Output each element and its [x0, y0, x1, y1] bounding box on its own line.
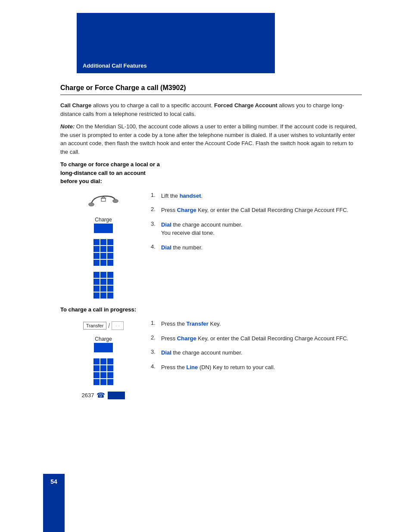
- kp-dot: [107, 239, 113, 245]
- slash-icon: /: [108, 322, 110, 329]
- svg-point-1: [113, 199, 118, 202]
- left-sidebar: 54: [43, 474, 65, 532]
- step-text-s2-4: Press the Line (DN) Key to return to you…: [161, 363, 275, 372]
- header-label: Additional Call Features: [83, 62, 147, 69]
- keypad-s1-1: [93, 239, 113, 266]
- kp-dot: [100, 253, 106, 259]
- step-num-s2-3: 3.: [151, 348, 161, 355]
- note-label: Note:: [60, 123, 75, 130]
- step-num-s1-2: 2.: [151, 206, 161, 212]
- kp-dot: [93, 279, 100, 285]
- step-num-s1-4: 4.: [151, 243, 161, 250]
- step-text-s2-2: Press Charge Key, or enter the Call Deta…: [161, 334, 349, 343]
- step-s1-2: 2. Press Charge Key, or enter the Call D…: [151, 206, 362, 215]
- charge-button-s1: [94, 224, 113, 233]
- kp-dot: [100, 239, 106, 245]
- kp-dot: [107, 372, 113, 378]
- kp-dot: [100, 279, 106, 285]
- line-row: 2637 ☎: [82, 391, 125, 399]
- step-s1-3: 3. Dial the charge account number. You r…: [151, 221, 362, 237]
- kp-dot: [93, 286, 100, 292]
- charge-button-s2: [94, 343, 113, 352]
- step-num-s1-1: 1.: [151, 192, 161, 198]
- charge-key-section1: Charge: [94, 217, 113, 233]
- section2-heading: To charge a call in progress:: [60, 305, 362, 314]
- keypad-s2-1: [93, 358, 113, 385]
- page-number: 54: [50, 478, 57, 485]
- kp-dot: [100, 292, 106, 299]
- section1-diagram-col: Charge: [60, 192, 146, 299]
- section1-instruction-block: Charge: [60, 192, 362, 299]
- section2-instruction-block: Transfer / · · Charge: [60, 320, 362, 399]
- charge-key-section2: Charge: [94, 336, 113, 352]
- step-text-s2-1: Press the Transfer Key.: [161, 320, 221, 328]
- call-charge-label: Call Charge: [60, 102, 91, 109]
- transfer-row: Transfer / · ·: [83, 321, 124, 330]
- kp-dot: [107, 358, 113, 364]
- kp-dot: [100, 260, 106, 266]
- intro-part1-rest: allows you to charge a call to a specifi…: [93, 102, 214, 109]
- charge-link-s1-2: Charge: [177, 207, 196, 213]
- step-text-s2-3: Dial the charge account number.: [161, 348, 243, 357]
- kp-dot: [93, 272, 100, 278]
- step-num-s1-3: 3.: [151, 221, 161, 227]
- dots-box: · ·: [112, 321, 124, 330]
- kp-dot: [107, 272, 113, 278]
- kp-dot: [93, 365, 100, 371]
- kp-dot: [107, 286, 113, 292]
- kp-dot: [107, 246, 113, 252]
- step-text-s1-2: Press Charge Key, or enter the Call Deta…: [161, 206, 349, 215]
- svg-rect-2: [101, 198, 106, 201]
- header-box: Additional Call Features: [77, 13, 275, 73]
- forced-charge-label: Forced Charge Account: [214, 102, 277, 109]
- kp-dot: [93, 239, 100, 245]
- keypad-s1-2: [93, 272, 113, 299]
- step-s1-4: 4. Dial the number.: [151, 243, 362, 252]
- step-num-s2-4: 4.: [151, 363, 161, 370]
- dial-link-s2-3: Dial: [161, 349, 171, 356]
- kp-dot: [107, 292, 113, 299]
- kp-dot: [93, 292, 100, 299]
- kp-dot: [93, 379, 100, 385]
- step-s2-3: 3. Dial the charge account number.: [151, 348, 362, 357]
- kp-dot: [107, 253, 113, 259]
- section1-heading: To charge or force charge a local or a l…: [60, 160, 362, 186]
- kp-dot: [93, 253, 100, 259]
- step-s2-1: 1. Press the Transfer Key.: [151, 320, 362, 328]
- step-text-s1-3: Dial the charge account number. You rece…: [161, 221, 243, 237]
- svg-point-0: [89, 202, 94, 206]
- kp-dot: [107, 279, 113, 285]
- step-num-s2-1: 1.: [151, 320, 161, 326]
- line-number-label: 2637: [82, 392, 94, 398]
- phone-icon: ☎: [97, 391, 105, 399]
- intro-paragraph: Call Charge allows you to charge a call …: [60, 101, 362, 118]
- dial-link-s1-4: Dial: [161, 244, 171, 251]
- note-paragraph: Note: On the Meridian SL-100, the accoun…: [60, 122, 362, 156]
- kp-dot: [100, 365, 106, 371]
- kp-dot: [93, 260, 100, 266]
- line-link: Line: [187, 364, 198, 370]
- step-text-s1-1: Lift the handset.: [161, 192, 202, 200]
- step-num-s2-2: 2.: [151, 334, 161, 341]
- transfer-link: Transfer: [187, 320, 209, 327]
- kp-dot: [100, 379, 106, 385]
- handset-svg: [86, 193, 121, 211]
- transfer-button: Transfer: [83, 322, 107, 330]
- dial-link-s1-3: Dial: [161, 221, 171, 228]
- step-s2-2: 2. Press Charge Key, or enter the Call D…: [151, 334, 362, 343]
- step-s1-1: 1. Lift the handset.: [151, 192, 362, 200]
- kp-dot: [93, 358, 100, 364]
- step-s2-4: 4. Press the Line (DN) Key to return to …: [151, 363, 362, 372]
- line-blue-button: [108, 392, 125, 399]
- note-text: On the Meridian SL-100, the account code…: [60, 123, 357, 155]
- kp-dot: [107, 365, 113, 371]
- kp-dot: [100, 272, 106, 278]
- section2-diagram-col: Transfer / · · Charge: [60, 320, 146, 399]
- charge-link-s2-2: Charge: [177, 335, 196, 342]
- kp-dot: [93, 246, 100, 252]
- kp-dot: [100, 358, 106, 364]
- kp-dot: [100, 372, 106, 378]
- charge-label-s2: Charge: [95, 336, 112, 342]
- kp-dot: [100, 246, 106, 252]
- kp-dot: [107, 260, 113, 266]
